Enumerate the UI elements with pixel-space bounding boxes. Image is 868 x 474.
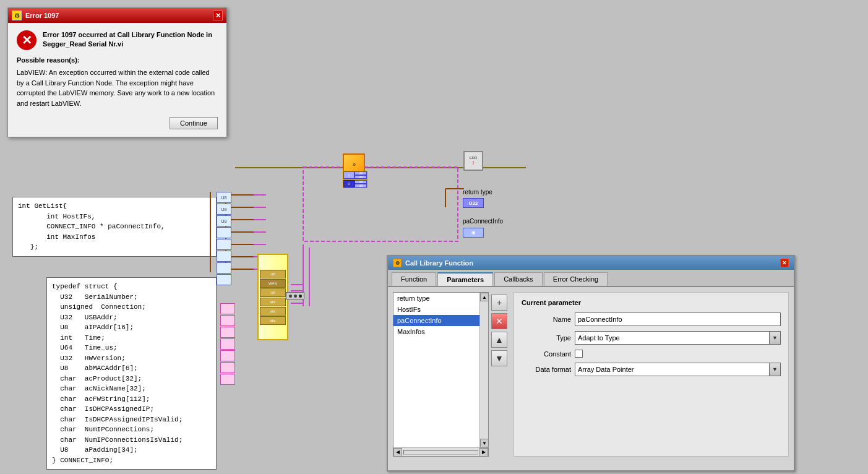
- data-format-select[interactable]: Array Data PointerHandles By ValuePointe…: [575, 363, 770, 376]
- clf-title: Call Library Function: [405, 259, 473, 267]
- connector-block[interactable]: [286, 292, 304, 299]
- move-down-button[interactable]: ▼: [491, 350, 507, 366]
- param-max-infos[interactable]: MaxInfos: [393, 326, 479, 337]
- clf-connector-node[interactable]: 1 U8 U8 0 U8 U8: [343, 171, 367, 208]
- constant-checkbox-wrapper: [575, 350, 583, 358]
- code-line-3: CONNECT_INFO * paConnectInfo,: [18, 222, 211, 232]
- clf-tabs: Function Parameters Callbacks Error Chec…: [388, 270, 794, 287]
- struct-line-11: char acNickName[32];: [52, 384, 211, 394]
- clf-title-icon: ⚙: [393, 259, 402, 267]
- clf-close-button[interactable]: ✕: [780, 259, 789, 267]
- code-snippet-bottom: typedef struct { U32 SerialNumber; unsig…: [46, 277, 217, 470]
- param-pa-connect-info[interactable]: paConnectInfo: [393, 315, 479, 326]
- hscroll-track: [403, 450, 478, 455]
- error-node[interactable]: ERR !: [463, 151, 483, 171]
- diagram-content: int GetList{ int HostIFs, CONNECT_INFO *…: [0, 0, 868, 474]
- struct-line-16: char NumIPConnectionsIsValid;: [52, 435, 211, 446]
- block-array-left: U8 U8 U8: [217, 192, 231, 285]
- error-dialog-titlebar: ⚙ Error 1097 ✕: [8, 8, 226, 23]
- constant-checkbox[interactable]: [575, 350, 583, 358]
- data-format-label: Data format: [522, 366, 571, 373]
- struct-line-7: U64 Time_us;: [52, 343, 211, 353]
- svg-rect-11: [303, 167, 458, 241]
- struct-line-5: U8 aIPAddr[16];: [52, 322, 211, 333]
- type-label: Type: [522, 334, 571, 342]
- pa-connect-info-label: paConnectInfo: [463, 218, 503, 225]
- code-line-5: };: [18, 242, 211, 252]
- scroll-down-arrow[interactable]: ▼: [480, 439, 488, 447]
- clf-content: return type HostIFs paConnectInfo MaxInf…: [388, 287, 794, 462]
- error-dialog: ⚙ Error 1097 ✕ ✕ Error 1097 occurred at …: [7, 7, 227, 137]
- type-select[interactable]: Adapt to TypeNumericStringArrayCluster: [575, 331, 770, 345]
- clf-function-node[interactable]: U8 WAN U8 abc abc abc: [257, 254, 288, 340]
- code-snippet-top: int GetList{ int HostIFs, CONNECT_INFO *…: [12, 197, 217, 257]
- type-select-arrow[interactable]: ▼: [770, 331, 781, 345]
- dialog-buttons: Continue: [17, 117, 218, 129]
- error-dialog-close-button[interactable]: ✕: [213, 11, 223, 20]
- error-dialog-title-icon: ⚙: [12, 11, 22, 20]
- return-type-box[interactable]: U32: [463, 198, 484, 208]
- clf-titlebar-left: ⚙ Call Library Function: [393, 259, 473, 267]
- struct-line-10: char acProduct[32];: [52, 374, 211, 384]
- name-label: Name: [522, 316, 571, 323]
- pink-block-array: [220, 303, 235, 385]
- hscroll-left-arrow[interactable]: ◀: [393, 448, 402, 457]
- name-input[interactable]: [575, 312, 781, 326]
- struct-line-6: int Time;: [52, 333, 211, 343]
- param-list-items: return type HostIFs paConnectInfo MaxInf…: [393, 293, 479, 447]
- error-description: LabVIEW: An exception occurred within th…: [17, 67, 218, 108]
- tab-function[interactable]: Function: [392, 272, 436, 286]
- name-row: Name: [522, 312, 781, 326]
- struct-line-2: U32 SerialNumber;: [52, 292, 211, 303]
- add-param-button[interactable]: +: [491, 295, 507, 311]
- parameter-list: return type HostIFs paConnectInfo MaxInf…: [393, 292, 489, 457]
- type-select-wrapper: Adapt to TypeNumericStringArrayCluster ▼: [575, 331, 781, 345]
- param-host-ifs[interactable]: HostIFs: [393, 304, 479, 315]
- struct-line-8: U32 HWVersion;: [52, 353, 211, 364]
- data-format-row: Data format Array Data PointerHandles By…: [522, 363, 781, 376]
- call-library-function-panel: ⚙ Call Library Function ✕ Function Param…: [387, 255, 795, 472]
- error-icon: ✕: [17, 30, 37, 50]
- data-format-select-arrow[interactable]: ▼: [770, 363, 781, 376]
- data-format-select-wrapper: Array Data PointerHandles By ValuePointe…: [575, 363, 781, 376]
- code-line-1: int GetList{: [18, 201, 211, 212]
- code-line-4: int MaxInfos: [18, 232, 211, 243]
- clf-titlebar: ⚙ Call Library Function ✕: [388, 256, 794, 270]
- param-list-scrollbar[interactable]: ▲ ▼: [479, 293, 488, 447]
- struct-line-15: char NumIPConnections;: [52, 424, 211, 435]
- struct-line-13: char IsDHCPAssignedIP;: [52, 404, 211, 415]
- scroll-up-arrow[interactable]: ▲: [480, 293, 488, 301]
- error-dialog-titlebar-left: ⚙ Error 1097: [12, 11, 59, 20]
- tab-callbacks[interactable]: Callbacks: [494, 272, 543, 286]
- current-parameter-title: Current parameter: [522, 299, 781, 306]
- constant-label: Constant: [522, 350, 571, 358]
- struct-line-14: char IsDHCPAssignedIPIsValid;: [52, 415, 211, 425]
- scroll-track: [480, 301, 488, 439]
- return-type-label: return type: [463, 189, 492, 196]
- type-row: Type Adapt to TypeNumericStringArrayClus…: [522, 331, 781, 345]
- struct-line-9: U8 abMACAddr[6];: [52, 363, 211, 374]
- remove-param-button[interactable]: ✕: [491, 313, 507, 329]
- param-list-hscrollbar[interactable]: ◀ ▶: [393, 447, 488, 456]
- hscroll-right-arrow[interactable]: ▶: [479, 448, 488, 457]
- tab-error-checking[interactable]: Error Checking: [544, 272, 608, 286]
- error-title-text: Error 1097 occurred at Call Library Func…: [43, 30, 218, 50]
- struct-line-18: } CONNECT_INFO;: [52, 455, 211, 466]
- pa-connect-info-box[interactable]: ▣: [463, 228, 484, 238]
- struct-line-3: unsigned Connection;: [52, 302, 211, 312]
- tab-parameters[interactable]: Parameters: [437, 272, 493, 286]
- struct-line-17: U8 aPadding[34];: [52, 445, 211, 455]
- param-return-type[interactable]: return type: [393, 293, 479, 304]
- struct-line-4: U32 USBAddr;: [52, 312, 211, 323]
- error-dialog-titlebar-text: Error 1097: [25, 12, 59, 19]
- continue-button[interactable]: Continue: [170, 117, 218, 129]
- struct-line-1: typedef struct {: [52, 282, 211, 292]
- error-header: ✕ Error 1097 occurred at Call Library Fu…: [17, 30, 218, 50]
- current-parameter-form: Current parameter Name Type Adapt to Typ…: [513, 292, 789, 457]
- move-up-button[interactable]: ▲: [491, 332, 507, 348]
- param-list-buttons: + ✕ ▲ ▼: [491, 292, 507, 457]
- possible-reasons-label: Possible reason(s):: [17, 56, 218, 64]
- error-dialog-body: ✕ Error 1097 occurred at Call Library Fu…: [8, 23, 226, 137]
- struct-line-12: char acFWString[112];: [52, 394, 211, 405]
- code-line-2: int HostIFs,: [18, 212, 211, 222]
